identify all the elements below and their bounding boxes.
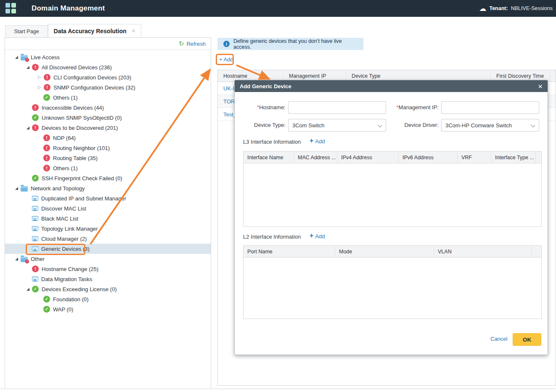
tree-item-label: Data Migration Tasks: [41, 276, 92, 282]
management-ip-field[interactable]: [441, 101, 539, 114]
info-icon: i: [223, 41, 230, 47]
tree-item[interactable]: !Devices to be Discovered (201): [5, 123, 211, 133]
hostname-field[interactable]: [288, 101, 386, 114]
l2-table-body: [244, 258, 541, 318]
tree-item-label: SSH Fingerprint Check Failed (0): [42, 175, 122, 182]
app-header: Domain Management ☁ Tenant: NBLIVE-Sessi…: [0, 0, 556, 17]
tree-item[interactable]: Topology Link Manager: [5, 224, 211, 234]
l2-interface-table: Port NameModeVLAN: [243, 245, 542, 319]
column-header[interactable]: Interface Type ...: [491, 152, 536, 163]
tree-item-label: Others (1): [53, 95, 78, 101]
error-badge-icon: !: [25, 260, 29, 263]
tree: !Live Access!All Discovered Devices (236…: [5, 50, 211, 314]
tree-item-label: Unknown SNMP SysObjectID (0): [42, 115, 122, 121]
tree-item[interactable]: ✓Devices Exceeding License (0): [5, 284, 211, 294]
error-icon: !: [32, 104, 39, 111]
device-type-select[interactable]: 3Com Switch: [288, 119, 386, 132]
tree-item[interactable]: ✓Others (1): [5, 92, 211, 103]
cloud-icon: ☁: [479, 5, 486, 12]
chevron-down-icon: [378, 123, 382, 127]
column-header[interactable]: IPv4 Address: [337, 152, 399, 163]
refresh-button[interactable]: Refresh: [186, 41, 206, 47]
tree-item[interactable]: !Inaccessible Devices (44): [5, 103, 211, 113]
tree-item-label: Inaccessible Devices (44): [42, 105, 104, 111]
tree-item[interactable]: !Routing Table (35): [5, 153, 211, 163]
tree-item[interactable]: !Others (1): [5, 163, 211, 173]
list-icon: [32, 236, 38, 241]
tree-item[interactable]: ✓WAP (0): [5, 304, 211, 314]
tree-item[interactable]: Generic Devices (3): [5, 244, 211, 254]
device-tree-panel: ↻ Refresh !Live Access!All Discovered De…: [5, 37, 211, 389]
expander-open-icon[interactable]: [15, 258, 18, 260]
l2-add-button[interactable]: + Add: [310, 233, 325, 239]
expander-open-icon[interactable]: [15, 56, 18, 59]
expander-closed-icon[interactable]: ▷: [38, 85, 42, 89]
tab-data-accuracy-resolution[interactable]: Data Accuracy Resolution ×: [48, 24, 141, 37]
l3-section-title: L3 Interface Information: [243, 139, 301, 145]
column-header[interactable]: IPv6 Address: [399, 152, 458, 163]
error-icon: !: [32, 266, 39, 272]
tree-item[interactable]: !Routing Neighbor (101): [5, 143, 211, 153]
tree-item[interactable]: ▷!SNMP Configuration Devices (32): [5, 82, 211, 92]
tree-item[interactable]: Discover MAC List: [5, 203, 211, 213]
dialog-close-icon[interactable]: ×: [538, 82, 543, 90]
column-header[interactable]: Port Name: [244, 246, 335, 257]
tree-item-label: Duplicated IP and Subnet Manager: [41, 195, 126, 202]
column-header[interactable]: VRF: [458, 152, 491, 163]
l3-add-button[interactable]: + Add: [310, 138, 325, 145]
tree-item-label: Devices Exceeding License (0): [42, 286, 116, 292]
expander-open-icon[interactable]: [26, 126, 29, 129]
add-generic-device-dialog: Add Generic Device × *Hostname: *Managem…: [234, 80, 548, 355]
expander-open-icon[interactable]: [15, 187, 18, 190]
error-icon: !: [32, 64, 39, 71]
expander-open-icon[interactable]: [26, 288, 29, 291]
device-driver-select[interactable]: 3Com-HP Comware Switch: [441, 119, 539, 132]
tenant-info: ☁ Tenant: NBLIVE-Sessions: [479, 0, 553, 17]
tree-item[interactable]: Network and Topology: [5, 183, 211, 193]
tree-item[interactable]: !Hostname Change (25): [5, 264, 211, 274]
tree-item[interactable]: ✓SSH Fingerprint Check Failed (0): [5, 173, 211, 183]
tree-item[interactable]: !Other: [5, 254, 211, 264]
tree-item[interactable]: ▷!CLI Configuration Devices (203): [5, 72, 211, 82]
tree-item[interactable]: !Live Access: [5, 52, 211, 62]
error-icon: !: [43, 145, 50, 151]
list-icon: [32, 196, 38, 201]
tab-close-icon[interactable]: ×: [132, 27, 136, 34]
device-type-label: Device Type:: [235, 119, 286, 132]
column-header-filler: [532, 246, 541, 257]
tree-item[interactable]: ✓Foundation (0): [5, 294, 211, 304]
tree-item[interactable]: Cloud Manager (2): [5, 234, 211, 244]
expander-open-icon[interactable]: [26, 66, 29, 69]
list-icon: [32, 276, 38, 282]
info-banner-text: Define generic devices that you don’t ha…: [233, 38, 357, 50]
page-bottom-divider: [0, 389, 556, 389]
column-header[interactable]: MAC Address ...: [294, 152, 337, 163]
column-header[interactable]: Mode: [335, 246, 434, 257]
column-header[interactable]: Interface Name: [244, 152, 294, 163]
tree-item[interactable]: !All Discovered Devices (236): [5, 62, 211, 72]
tree-item[interactable]: ✓Unknown SNMP SysObjectID (0): [5, 113, 211, 123]
ok-button[interactable]: OK: [513, 333, 541, 346]
list-icon: [32, 206, 38, 211]
l3-table-body: [244, 163, 541, 226]
tree-item[interactable]: Data Migration Tasks: [5, 274, 211, 284]
tree-item-label: Other: [31, 256, 45, 262]
list-icon: [32, 246, 38, 251]
app-grid-icon[interactable]: [5, 3, 16, 14]
tree-item[interactable]: !NDP (64): [5, 133, 211, 143]
column-header[interactable]: VLAN: [434, 246, 532, 257]
dialog-header[interactable]: Add Generic Device ×: [235, 80, 548, 92]
tree-item[interactable]: Black MAC List: [5, 213, 211, 224]
tab-start-page[interactable]: Start Page: [5, 25, 48, 37]
l2-table-header: Port NameModeVLAN: [244, 246, 541, 258]
error-icon: !: [44, 74, 50, 81]
error-icon: !: [43, 134, 50, 141]
error-icon: !: [43, 165, 50, 171]
expander-closed-icon[interactable]: ▷: [38, 75, 42, 79]
add-generic-device-button[interactable]: + Add: [219, 56, 233, 63]
tree-item-label: Topology Link Manager: [41, 226, 98, 232]
folder-error-icon: !: [21, 257, 28, 262]
tree-item[interactable]: Duplicated IP and Subnet Manager: [5, 193, 211, 203]
device-driver-label: Device Driver:: [388, 119, 439, 132]
cancel-button[interactable]: Cancel: [490, 336, 507, 342]
